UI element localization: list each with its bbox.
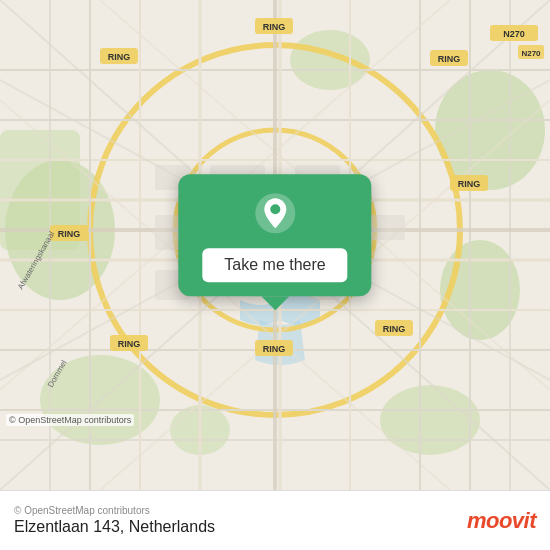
popup-bubble: Take me there — [178, 174, 371, 296]
footer-left: © OpenStreetMap contributors Elzentlaan … — [14, 505, 215, 536]
svg-text:RING: RING — [58, 229, 81, 239]
svg-text:RING: RING — [458, 179, 481, 189]
svg-point-6 — [380, 385, 480, 455]
location-pin-icon — [254, 192, 296, 234]
svg-text:RING: RING — [108, 52, 131, 62]
map-container: RING RING N270 RING RING RING RING RING … — [0, 0, 550, 490]
take-me-there-button[interactable]: Take me there — [202, 248, 347, 282]
copyright-text: © OpenStreetMap contributors — [14, 505, 215, 516]
svg-text:RING: RING — [118, 339, 141, 349]
svg-text:N270: N270 — [521, 49, 541, 58]
footer-bar: © OpenStreetMap contributors Elzentlaan … — [0, 490, 550, 550]
svg-text:RING: RING — [383, 324, 406, 334]
moovit-logo-text: moovit — [467, 508, 536, 534]
svg-point-70 — [270, 204, 280, 214]
svg-text:N270: N270 — [503, 29, 525, 39]
svg-text:RING: RING — [263, 22, 286, 32]
svg-text:RING: RING — [438, 54, 461, 64]
moovit-logo: moovit — [467, 508, 536, 534]
address-text: Elzentlaan 143, Netherlands — [14, 518, 215, 536]
map-attribution: © OpenStreetMap contributors — [6, 414, 134, 426]
map-popup: Take me there — [178, 174, 371, 296]
svg-text:RING: RING — [263, 344, 286, 354]
